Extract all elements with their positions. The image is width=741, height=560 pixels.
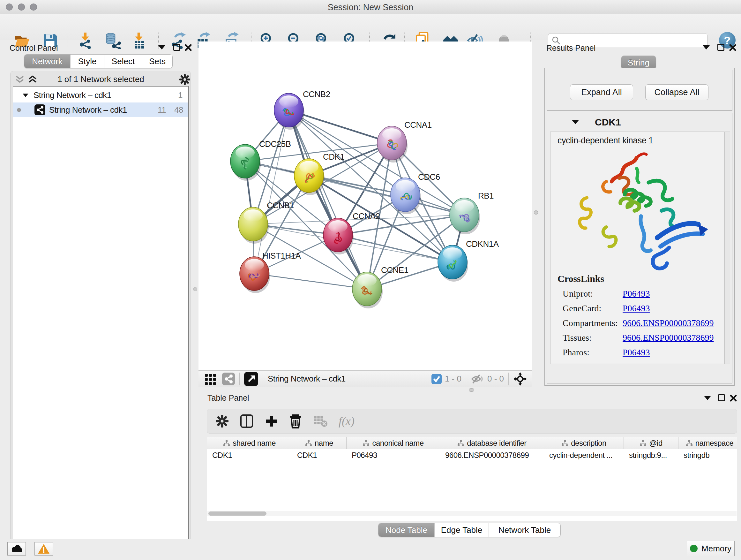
control-panel: Control Panel Network Style Select Sets … [3, 42, 192, 538]
column-header-database-identifier[interactable]: database identifier [440, 437, 544, 449]
float-panel-icon[interactable] [718, 394, 725, 401]
right-splitter-grip[interactable] [534, 210, 538, 214]
column-type-icon [457, 440, 464, 447]
tab-string[interactable]: String [621, 56, 656, 69]
function-builder-icon[interactable]: f(x) [339, 415, 354, 428]
column-header-namespace[interactable]: namespace [678, 437, 737, 449]
memory-button[interactable]: Memory [687, 541, 735, 556]
tab-network-table[interactable]: Network Table [489, 523, 560, 537]
crosslink-link[interactable]: P06493 [623, 303, 650, 314]
crosslink-link[interactable]: 9606.ENSP00000378699 [623, 333, 714, 343]
network-node-ccnb2[interactable] [274, 93, 305, 130]
bottom-splitter-grip[interactable] [469, 388, 474, 392]
close-panel-icon[interactable] [185, 44, 192, 51]
crosslink-link[interactable]: P06493 [623, 289, 650, 299]
section-collapse-icon[interactable] [572, 120, 579, 124]
gear-icon[interactable] [179, 74, 191, 85]
table-header-row: shared namenamecanonical namedatabase id… [207, 437, 737, 449]
tab-sets[interactable]: Sets [142, 55, 172, 68]
column-header-label: canonical name [372, 439, 423, 448]
add-column-icon[interactable] [265, 415, 278, 428]
grid-view-icon[interactable] [204, 373, 217, 385]
column-type-icon [362, 440, 369, 447]
network-node-cdc25b[interactable] [230, 144, 261, 181]
selected-counts: 1 - 0 [445, 374, 461, 384]
crosslink-label: Pharos: [562, 348, 623, 358]
collapse-all-button[interactable]: Collapse All [645, 84, 709, 100]
panel-menu-icon[interactable] [158, 45, 165, 50]
show-columns-icon[interactable] [240, 414, 254, 428]
network-node-cdk1[interactable] [294, 159, 325, 195]
protein-description: cyclin-dependent kinase 1 [557, 136, 724, 145]
toolbar-separator [466, 373, 466, 385]
network-node-cdkn1a[interactable] [438, 245, 468, 282]
selected-checkbox-icon[interactable] [431, 374, 442, 384]
network-node-ccna1[interactable] [377, 126, 408, 163]
tab-edge-table[interactable]: Edge Table [434, 523, 489, 537]
results-scrollbar[interactable] [724, 132, 730, 364]
tab-node-table[interactable]: Node Table [379, 523, 434, 537]
protein-result-section: CDK1 cyclin-dependent kinase 1 [547, 113, 732, 383]
tab-network[interactable]: Network [24, 55, 71, 68]
expand-all-button[interactable]: Expand All [570, 84, 633, 100]
table-cell[interactable]: stringdb:9... [624, 449, 678, 461]
network-edge[interactable] [289, 110, 367, 289]
table-cell[interactable]: CDK1 [292, 449, 347, 461]
panel-menu-icon[interactable] [703, 45, 710, 50]
left-splitter-grip[interactable] [193, 287, 197, 291]
close-panel-icon[interactable] [730, 394, 737, 402]
table-hscrollbar[interactable] [207, 511, 737, 516]
birds-eye-icon[interactable] [513, 372, 527, 386]
network-canvas[interactable]: CCNB2CCNA1CDC25BCDK1CDC6RB1CCNB1CCNA2CDK… [199, 42, 532, 370]
table-cell[interactable]: cyclin-dependent ... [544, 449, 624, 461]
delete-column-icon[interactable] [289, 414, 302, 428]
column-header--id[interactable]: @id [624, 437, 678, 449]
table-row[interactable]: CDK1CDK1P064939606.ENSP00000378699cyclin… [207, 449, 737, 461]
network-node-ccnb1[interactable] [239, 207, 269, 244]
delete-table-icon[interactable] [313, 415, 328, 427]
network-graph[interactable]: CCNB2CCNA1CDC25BCDK1CDC6RB1CCNB1CCNA2CDK… [199, 42, 532, 370]
network-label: String Network – cdk1 [49, 105, 127, 115]
column-header-label: namespace [695, 439, 734, 448]
column-header-description[interactable]: description [544, 437, 624, 449]
table-cell[interactable]: CDK1 [207, 449, 292, 461]
expand-collapse-box: Expand All Collapse All [547, 70, 732, 111]
table-hscrollbar-thumb[interactable] [208, 511, 266, 516]
collection-expand-icon[interactable] [23, 94, 28, 97]
node-table[interactable]: shared namenamecanonical namedatabase id… [207, 437, 737, 521]
crosslink-label: Compartments: [562, 318, 623, 328]
table-options-gear-icon[interactable] [215, 415, 229, 428]
network-node-rb1[interactable] [450, 198, 480, 234]
crosslink-link[interactable]: 9606.ENSP00000378699 [623, 318, 714, 328]
network-edge[interactable] [338, 235, 453, 262]
hidden-eye-icon[interactable] [471, 374, 484, 384]
crosslink-link[interactable]: P06493 [623, 348, 650, 358]
crosslinks-list: Uniprot:P06493GeneCard:P06493Compartment… [550, 289, 724, 358]
column-header-name[interactable]: name [292, 437, 347, 449]
tab-style[interactable]: Style [71, 55, 105, 68]
network-row[interactable]: String Network – cdk1 11 48 [13, 103, 188, 117]
panel-menu-icon[interactable] [704, 396, 711, 400]
edge-layer[interactable] [245, 110, 464, 289]
warnings-button[interactable] [35, 542, 53, 556]
network-edge[interactable] [254, 273, 367, 289]
float-panel-icon[interactable] [718, 44, 724, 51]
crosslink-label: Uniprot: [562, 289, 623, 299]
table-cell[interactable]: stringdb [678, 449, 737, 461]
results-panel: Results Panel String Expand All Collapse… [539, 42, 741, 389]
network-node-ccna2[interactable] [323, 218, 354, 254]
network-node-ccne1[interactable] [352, 272, 383, 308]
tab-select[interactable]: Select [105, 55, 142, 68]
float-panel-icon[interactable] [173, 44, 180, 51]
table-cell[interactable]: P06493 [347, 449, 440, 461]
close-panel-icon[interactable] [729, 44, 737, 51]
table-cell[interactable]: 9606.ENSP00000378699 [440, 449, 544, 461]
column-header-canonical-name[interactable]: canonical name [347, 437, 440, 449]
network-collection-row[interactable]: String Network – cdk1 1 [13, 88, 188, 103]
network-node-hist1h1a[interactable] [240, 257, 270, 293]
cloud-icon [10, 544, 23, 553]
cloud-button[interactable] [7, 542, 26, 556]
network-view-icon[interactable] [222, 373, 235, 385]
detach-view-icon[interactable] [244, 372, 258, 386]
column-header-shared-name[interactable]: shared name [207, 437, 292, 449]
